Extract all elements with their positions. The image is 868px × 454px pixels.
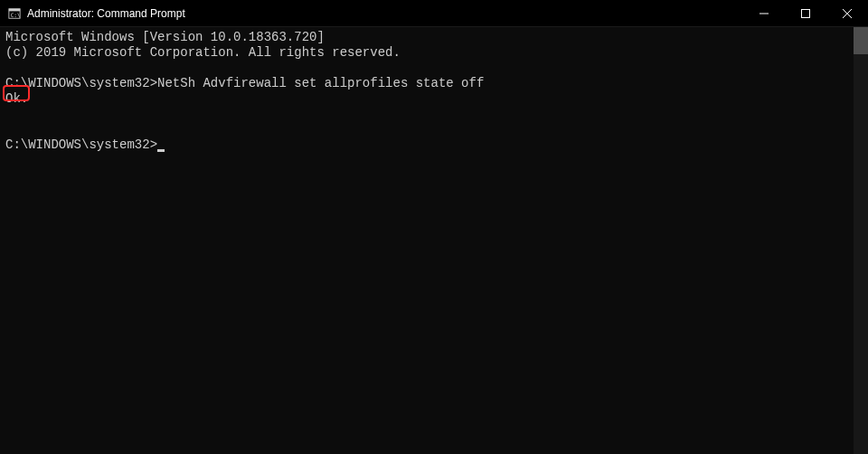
blank-line xyxy=(5,122,848,137)
svg-rect-4 xyxy=(802,9,810,17)
cursor xyxy=(157,149,165,152)
svg-text:C:\: C:\ xyxy=(11,11,21,17)
command-text-1: NetSh Advfirewall set allprofiles state … xyxy=(157,76,484,90)
cmd-icon: C:\ xyxy=(7,6,22,21)
vertical-scrollbar[interactable] xyxy=(854,27,868,454)
window-title: Administrator: Command Prompt xyxy=(27,7,185,20)
prompt-1: C:\WINDOWS\system32> xyxy=(5,76,157,90)
minimize-button[interactable] xyxy=(743,0,785,26)
terminal-area: Microsoft Windows [Version 10.0.18363.72… xyxy=(0,27,868,454)
maximize-button[interactable] xyxy=(785,0,826,26)
result-line: Ok. xyxy=(5,91,848,107)
version-line: Microsoft Windows [Version 10.0.18363.72… xyxy=(5,30,848,45)
command-line-1: C:\WINDOWS\system32>NetSh Advfirewall se… xyxy=(5,76,848,91)
prompt-2: C:\WINDOWS\system32> xyxy=(5,137,157,152)
close-button[interactable] xyxy=(826,0,868,26)
copyright-line: (c) 2019 Microsoft Corporation. All righ… xyxy=(5,45,848,61)
command-prompt-window: C:\ Administrator: Command Prompt Micros… xyxy=(0,0,868,454)
terminal-content[interactable]: Microsoft Windows [Version 10.0.18363.72… xyxy=(0,27,854,454)
titlebar-left: C:\ Administrator: Command Prompt xyxy=(7,6,185,21)
command-line-2: C:\WINDOWS\system32> xyxy=(5,137,848,153)
blank-line xyxy=(5,107,848,122)
scrollbar-thumb[interactable] xyxy=(854,27,868,54)
window-controls xyxy=(743,0,868,26)
blank-line xyxy=(5,61,848,76)
titlebar[interactable]: C:\ Administrator: Command Prompt xyxy=(0,0,868,27)
